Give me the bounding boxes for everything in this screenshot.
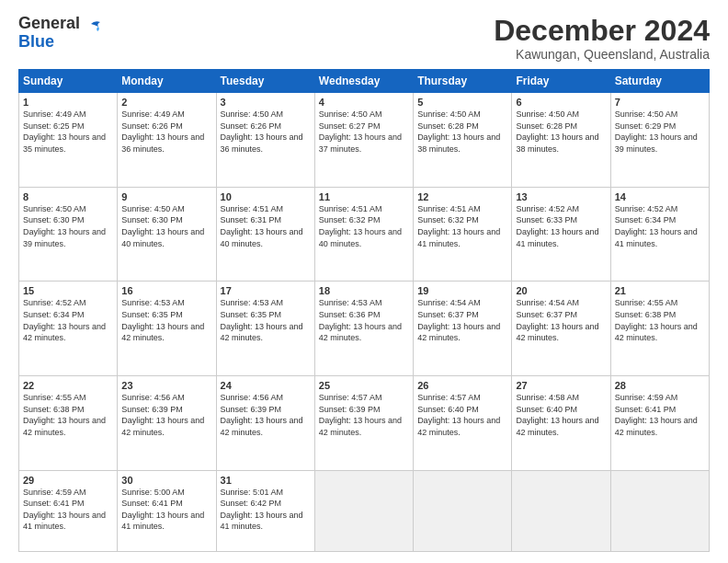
day-info: Sunrise: 4:54 AMSunset: 6:37 PMDaylight:… (417, 298, 500, 342)
day-info: Sunrise: 4:59 AMSunset: 6:41 PMDaylight:… (23, 488, 106, 532)
day-info: Sunrise: 4:59 AMSunset: 6:41 PMDaylight:… (615, 393, 698, 437)
calendar-cell: 15 Sunrise: 4:52 AMSunset: 6:34 PMDaylig… (19, 282, 118, 376)
calendar-cell: 3 Sunrise: 4:50 AMSunset: 6:26 PMDayligh… (216, 93, 314, 188)
col-header-tuesday: Tuesday (216, 70, 314, 93)
calendar-cell: 26 Sunrise: 4:57 AMSunset: 6:40 PMDaylig… (414, 375, 512, 470)
calendar-cell: 5 Sunrise: 4:50 AMSunset: 6:28 PMDayligh… (414, 93, 512, 188)
day-number: 3 (221, 97, 311, 108)
calendar-cell: 6 Sunrise: 4:50 AMSunset: 6:28 PMDayligh… (512, 93, 610, 188)
col-header-friday: Friday (512, 70, 610, 93)
day-number: 15 (23, 285, 113, 296)
day-info: Sunrise: 4:56 AMSunset: 6:39 PMDaylight:… (121, 393, 204, 437)
calendar-cell: 13 Sunrise: 4:52 AMSunset: 6:33 PMDaylig… (512, 187, 610, 282)
day-number: 21 (615, 285, 705, 296)
day-info: Sunrise: 4:53 AMSunset: 6:36 PMDaylight:… (319, 298, 402, 342)
day-number: 18 (319, 285, 409, 296)
calendar-cell: 12 Sunrise: 4:51 AMSunset: 6:32 PMDaylig… (414, 187, 512, 282)
calendar-cell: 19 Sunrise: 4:54 AMSunset: 6:37 PMDaylig… (414, 282, 512, 376)
day-number: 1 (23, 97, 113, 108)
day-number: 12 (417, 191, 507, 202)
calendar-cell: 11 Sunrise: 4:51 AMSunset: 6:32 PMDaylig… (314, 187, 413, 282)
col-header-sunday: Sunday (19, 70, 118, 93)
header: General Blue December 2024 Kawungan, Que… (18, 15, 710, 62)
day-number: 11 (319, 191, 409, 202)
day-number: 14 (615, 191, 705, 202)
day-number: 7 (615, 97, 705, 108)
calendar-cell: 22 Sunrise: 4:55 AMSunset: 6:38 PMDaylig… (19, 375, 118, 470)
location: Kawungan, Queensland, Australia (494, 47, 710, 62)
calendar-cell: 27 Sunrise: 4:58 AMSunset: 6:40 PMDaylig… (512, 375, 610, 470)
calendar-cell: 14 Sunrise: 4:52 AMSunset: 6:34 PMDaylig… (610, 187, 709, 282)
calendar-cell: 2 Sunrise: 4:49 AMSunset: 6:26 PMDayligh… (118, 93, 216, 188)
day-number: 13 (516, 191, 606, 202)
day-info: Sunrise: 4:50 AMSunset: 6:27 PMDaylight:… (319, 109, 402, 154)
day-info: Sunrise: 4:58 AMSunset: 6:40 PMDaylight:… (516, 393, 598, 437)
calendar-cell: 21 Sunrise: 4:55 AMSunset: 6:38 PMDaylig… (610, 282, 709, 376)
day-info: Sunrise: 4:53 AMSunset: 6:35 PMDaylight:… (121, 298, 204, 342)
day-number: 5 (417, 97, 507, 108)
day-number: 31 (221, 475, 311, 486)
calendar-cell (512, 470, 610, 551)
day-info: Sunrise: 4:49 AMSunset: 6:25 PMDaylight:… (23, 109, 106, 154)
day-info: Sunrise: 4:51 AMSunset: 6:32 PMDaylight:… (417, 204, 500, 248)
day-number: 4 (319, 97, 409, 108)
calendar-cell (314, 470, 413, 551)
calendar-cell: 10 Sunrise: 4:51 AMSunset: 6:31 PMDaylig… (216, 187, 314, 282)
month-title: December 2024 (494, 15, 710, 47)
calendar-cell: 9 Sunrise: 4:50 AMSunset: 6:30 PMDayligh… (118, 187, 216, 282)
day-info: Sunrise: 4:50 AMSunset: 6:28 PMDaylight:… (516, 109, 598, 154)
day-info: Sunrise: 4:51 AMSunset: 6:31 PMDaylight:… (221, 204, 303, 248)
calendar-cell: 18 Sunrise: 4:53 AMSunset: 6:36 PMDaylig… (314, 282, 413, 376)
day-number: 28 (615, 380, 705, 391)
day-info: Sunrise: 4:50 AMSunset: 6:29 PMDaylight:… (615, 109, 698, 154)
day-number: 23 (121, 380, 211, 391)
day-number: 6 (516, 97, 606, 108)
day-number: 19 (417, 285, 507, 296)
logo-blue: Blue (18, 32, 54, 51)
day-number: 2 (121, 97, 211, 108)
day-info: Sunrise: 4:52 AMSunset: 6:34 PMDaylight:… (615, 204, 698, 248)
logo-text: General Blue (18, 15, 80, 52)
day-number: 20 (516, 285, 606, 296)
calendar-cell: 7 Sunrise: 4:50 AMSunset: 6:29 PMDayligh… (610, 93, 709, 188)
day-info: Sunrise: 5:00 AMSunset: 6:41 PMDaylight:… (121, 488, 204, 532)
day-number: 30 (121, 475, 211, 486)
title-block: December 2024 Kawungan, Queensland, Aust… (494, 15, 710, 62)
calendar-cell: 25 Sunrise: 4:57 AMSunset: 6:39 PMDaylig… (314, 375, 413, 470)
day-number: 17 (221, 285, 311, 296)
logo-general: General (18, 14, 80, 32)
calendar-cell: 28 Sunrise: 4:59 AMSunset: 6:41 PMDaylig… (610, 375, 709, 470)
day-number: 27 (516, 380, 606, 391)
col-header-thursday: Thursday (414, 70, 512, 93)
day-info: Sunrise: 4:49 AMSunset: 6:26 PMDaylight:… (121, 109, 204, 154)
day-info: Sunrise: 4:50 AMSunset: 6:30 PMDaylight:… (23, 204, 106, 248)
day-number: 8 (23, 191, 113, 202)
day-info: Sunrise: 4:53 AMSunset: 6:35 PMDaylight:… (221, 298, 303, 342)
day-number: 22 (23, 380, 113, 391)
col-header-wednesday: Wednesday (314, 70, 413, 93)
day-info: Sunrise: 4:52 AMSunset: 6:34 PMDaylight:… (23, 298, 106, 342)
calendar-cell: 17 Sunrise: 4:53 AMSunset: 6:35 PMDaylig… (216, 282, 314, 376)
calendar-week-row: 22 Sunrise: 4:55 AMSunset: 6:38 PMDaylig… (19, 375, 710, 470)
calendar-cell: 24 Sunrise: 4:56 AMSunset: 6:39 PMDaylig… (216, 375, 314, 470)
logo: General Blue (18, 15, 104, 52)
day-number: 9 (121, 191, 211, 202)
calendar-week-row: 15 Sunrise: 4:52 AMSunset: 6:34 PMDaylig… (19, 282, 710, 376)
page: General Blue December 2024 Kawungan, Que… (0, 0, 728, 563)
calendar-cell: 30 Sunrise: 5:00 AMSunset: 6:41 PMDaylig… (118, 470, 216, 551)
day-number: 10 (221, 191, 311, 202)
calendar-cell: 4 Sunrise: 4:50 AMSunset: 6:27 PMDayligh… (314, 93, 413, 188)
day-number: 29 (23, 475, 113, 486)
calendar-header-row: SundayMondayTuesdayWednesdayThursdayFrid… (19, 70, 710, 93)
calendar-cell: 29 Sunrise: 4:59 AMSunset: 6:41 PMDaylig… (19, 470, 118, 551)
calendar-week-row: 29 Sunrise: 4:59 AMSunset: 6:41 PMDaylig… (19, 470, 710, 551)
col-header-saturday: Saturday (610, 70, 709, 93)
day-info: Sunrise: 4:50 AMSunset: 6:26 PMDaylight:… (221, 109, 303, 154)
calendar-cell (414, 470, 512, 551)
day-number: 26 (417, 380, 507, 391)
calendar-cell: 8 Sunrise: 4:50 AMSunset: 6:30 PMDayligh… (19, 187, 118, 282)
calendar-week-row: 1 Sunrise: 4:49 AMSunset: 6:25 PMDayligh… (19, 93, 710, 188)
calendar-cell: 31 Sunrise: 5:01 AMSunset: 6:42 PMDaylig… (216, 470, 314, 551)
logo-bird-icon (84, 18, 104, 39)
day-info: Sunrise: 4:50 AMSunset: 6:30 PMDaylight:… (121, 204, 204, 248)
